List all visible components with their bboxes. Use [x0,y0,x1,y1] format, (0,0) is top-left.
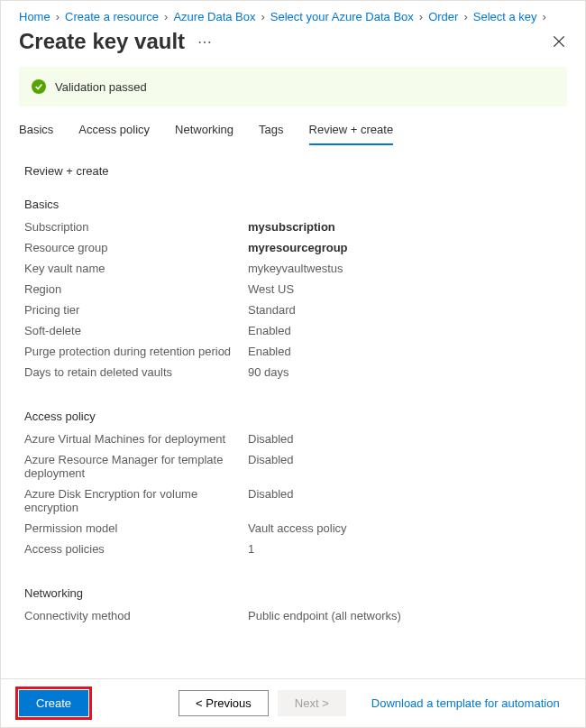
label-region: Region [24,282,248,296]
value-pricing-tier: Standard [248,303,296,317]
chevron-right-icon: › [543,10,546,23]
breadcrumb: Home › Create a resource › Azure Data Bo… [1,1,585,27]
tabs: Basics Access policy Networking Tags Rev… [1,112,585,146]
value-connectivity: Public endpoint (all networks) [248,609,401,622]
create-button[interactable]: Create [19,690,88,716]
value-purge-protection: Enabled [248,345,291,358]
tab-basics[interactable]: Basics [19,123,53,145]
label-arm-template: Azure Resource Manager for template depl… [24,453,248,480]
previous-button[interactable]: < Previous [179,690,269,716]
label-access-policies: Access policies [24,542,248,556]
value-arm-template: Disabled [248,453,294,466]
breadcrumb-item-azure-data-box[interactable]: Azure Data Box [173,10,255,23]
group-heading-access-policy: Access policy [24,410,562,423]
check-circle-icon [32,79,46,94]
chevron-right-icon: › [164,10,168,23]
breadcrumb-item-select-key[interactable]: Select a key [473,10,537,23]
tab-tags[interactable]: Tags [259,123,283,145]
page-header: Create key vault ⋯ [1,27,585,67]
label-disk-encryption: Azure Disk Encryption for volume encrypt… [24,487,248,514]
label-avm-deployment: Azure Virtual Machines for deployment [24,432,248,446]
breadcrumb-item-select-data-box[interactable]: Select your Azure Data Box [270,10,414,23]
value-soft-delete: Enabled [248,324,291,337]
value-subscription: mysubscription [248,220,335,234]
row-pricing-tier: Pricing tierStandard [24,303,562,317]
tab-networking[interactable]: Networking [175,123,233,145]
group-heading-networking: Networking [24,586,562,600]
label-key-vault-name: Key vault name [24,262,248,275]
value-key-vault-name: mykeyvaultwestus [248,262,343,275]
row-access-policies: Access policies1 [24,542,562,556]
label-retention-days: Days to retain deleted vaults [24,365,248,379]
row-connectivity: Connectivity methodPublic endpoint (all … [24,609,562,622]
breadcrumb-item-create-resource[interactable]: Create a resource [65,10,159,23]
row-permission-model: Permission modelVault access policy [24,521,562,535]
row-purge-protection: Purge protection during retention period… [24,345,562,358]
next-button: Next > [278,690,346,716]
row-disk-encryption: Azure Disk Encryption for volume encrypt… [24,487,562,514]
page-title: Create key vault [19,29,185,54]
value-avm-deployment: Disabled [248,432,294,446]
label-permission-model: Permission model [24,521,248,535]
row-resource-group: Resource groupmyresourcegroup [24,241,562,254]
label-purge-protection: Purge protection during retention period [24,345,248,358]
label-resource-group: Resource group [24,241,248,254]
more-actions-icon[interactable]: ⋯ [197,33,212,51]
row-subscription: Subscriptionmysubscription [24,220,562,234]
chevron-right-icon: › [419,10,423,23]
row-retention-days: Days to retain deleted vaults90 days [24,365,562,379]
value-disk-encryption: Disabled [248,487,294,501]
close-icon[interactable] [551,33,567,50]
chevron-right-icon: › [56,10,60,23]
value-access-policies: 1 [248,542,254,556]
value-permission-model: Vault access policy [248,521,347,535]
validation-message: Validation passed [55,80,147,94]
tab-review-create[interactable]: Review + create [309,123,394,145]
row-avm-deployment: Azure Virtual Machines for deploymentDis… [24,432,562,446]
tab-access-policy[interactable]: Access policy [78,123,150,145]
chevron-right-icon: › [261,10,264,23]
footer: Create < Previous Next > Download a temp… [1,678,585,727]
label-subscription: Subscription [24,220,248,234]
row-soft-delete: Soft-deleteEnabled [24,324,562,337]
row-arm-template: Azure Resource Manager for template depl… [24,453,562,480]
value-resource-group: myresourcegroup [248,241,348,254]
label-soft-delete: Soft-delete [24,324,248,337]
value-region: West US [248,282,294,296]
label-connectivity: Connectivity method [24,609,248,622]
validation-banner: Validation passed [19,67,567,106]
row-region: RegionWest US [24,282,562,296]
breadcrumb-item-home[interactable]: Home [19,10,50,23]
content-area: Review + create Basics Subscriptionmysub… [1,146,585,651]
breadcrumb-item-order[interactable]: Order [428,10,458,23]
chevron-right-icon: › [463,10,467,23]
value-retention-days: 90 days [248,365,289,379]
download-template-link[interactable]: Download a template for automation [371,696,560,710]
row-key-vault-name: Key vault namemykeyvaultwestus [24,262,562,275]
label-pricing-tier: Pricing tier [24,303,248,317]
section-heading: Review + create [24,164,562,178]
group-heading-basics: Basics [24,198,562,211]
